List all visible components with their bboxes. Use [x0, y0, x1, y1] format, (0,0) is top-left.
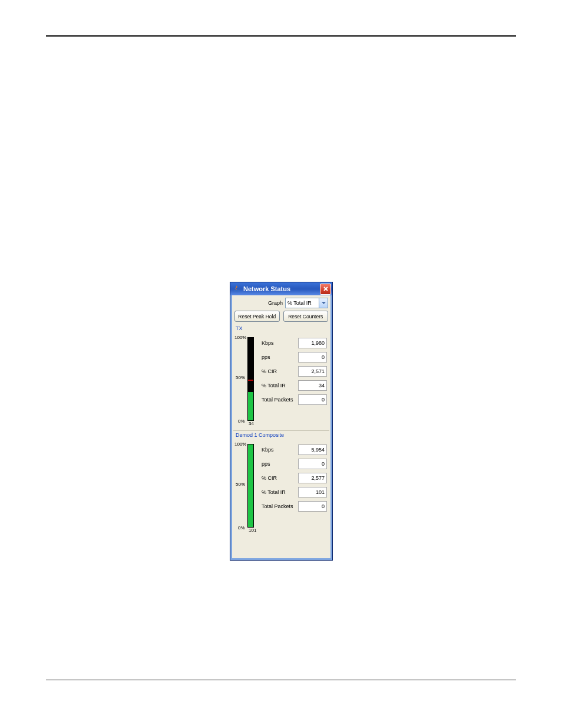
close-button[interactable]: [320, 284, 331, 295]
demod-tir-row: % Total IR 101: [262, 485, 328, 499]
demod-kbps-value: 5,954: [298, 444, 327, 455]
demod-cir-value: 2,577: [298, 473, 327, 483]
graph-label: Graph: [268, 300, 283, 306]
tx-section: TX 100% 50% 0% 34 Kbps: [232, 325, 330, 429]
demod-tp-label: Total Packets: [262, 503, 296, 509]
demod-kbps-row: Kbps 5,954: [262, 443, 328, 457]
reset-counters-label: Reset Counters: [288, 314, 323, 319]
graph-selector-row: Graph % Total IR: [232, 295, 330, 309]
demod-pps-row: pps 0: [262, 457, 328, 471]
demod-section: Demod 1 Composite 100% 50% 0% 101 Kbps: [232, 432, 330, 536]
demod-metrics: Kbps 5,954 pps 0 % CIR 2,577 % Total I: [262, 439, 328, 513]
page: Network Status Graph % Total IR: [0, 0, 562, 728]
tx-tir-value: 34: [298, 380, 327, 391]
demod-tir-label: % Total IR: [262, 489, 296, 495]
tx-gauge-track: [247, 337, 254, 421]
demod-gauge: 100% 50% 0% 101: [234, 439, 262, 533]
demod-tp-row: Total Packets 0: [262, 499, 328, 513]
header-rule: [46, 35, 516, 37]
tx-gauge-fill: [248, 392, 253, 420]
tx-tir-row: % Total IR 34: [262, 378, 328, 393]
demod-axis-50: 50%: [236, 482, 245, 487]
tx-axis-50: 50%: [236, 375, 245, 380]
client-area: Graph % Total IR Reset Peak Hold Reset C…: [232, 295, 330, 558]
reset-peak-hold-button[interactable]: Reset Peak Hold: [234, 311, 280, 322]
network-status-window: Network Status Graph % Total IR: [230, 282, 333, 561]
tx-axis-0: 0%: [238, 419, 245, 424]
graph-combobox[interactable]: % Total IR: [285, 298, 328, 308]
demod-kbps-label: Kbps: [262, 447, 296, 453]
tx-gauge: 100% 50% 0% 34: [234, 332, 262, 427]
tx-metrics: Kbps 1,980 pps 0 % CIR 2,571 % Total I: [262, 332, 328, 407]
demod-tp-value: 0: [298, 501, 327, 512]
demod-title: Demod 1 Composite: [236, 432, 328, 438]
action-buttons: Reset Peak Hold Reset Counters: [232, 309, 330, 324]
tx-pps-row: pps 0: [262, 350, 328, 364]
tx-cir-value: 2,571: [298, 366, 327, 377]
tx-axis-100: 100%: [234, 335, 246, 340]
tx-tp-value: 0: [298, 394, 327, 405]
tx-gauge-readout: 34: [249, 421, 254, 426]
demod-axis-0: 0%: [238, 525, 245, 531]
tx-pps-value: 0: [298, 352, 327, 363]
demod-tir-value: 101: [298, 487, 327, 498]
demod-axis-100: 100%: [234, 442, 246, 447]
close-icon: [323, 286, 329, 292]
tx-title: TX: [236, 325, 328, 331]
tx-tp-row: Total Packets 0: [262, 393, 328, 407]
demod-pps-value: 0: [298, 459, 327, 469]
chevron-down-icon: [319, 298, 328, 308]
tx-kbps-row: Kbps 1,980: [262, 336, 328, 350]
tx-kbps-value: 1,980: [298, 338, 327, 348]
reset-peak-hold-label: Reset Peak Hold: [238, 314, 276, 319]
tx-pps-label: pps: [262, 354, 296, 360]
window-title: Network Status: [243, 285, 320, 292]
tx-tir-label: % Total IR: [262, 383, 296, 388]
reset-counters-button[interactable]: Reset Counters: [283, 311, 329, 322]
titlebar[interactable]: Network Status: [230, 282, 332, 295]
demod-pps-label: pps: [262, 461, 296, 467]
java-icon: [233, 285, 241, 293]
tx-cir-row: % CIR 2,571: [262, 364, 328, 378]
demod-cir-row: % CIR 2,577: [262, 471, 328, 485]
demod-cir-label: % CIR: [262, 475, 296, 481]
demod-gauge-fill: [248, 444, 253, 527]
demod-gauge-track: [247, 444, 254, 528]
tx-kbps-label: Kbps: [262, 340, 296, 346]
tx-cir-label: % CIR: [262, 368, 296, 374]
footer-rule: [46, 680, 516, 680]
section-divider: [233, 430, 329, 431]
graph-combobox-value: % Total IR: [287, 300, 312, 306]
tx-tp-label: Total Packets: [262, 397, 296, 403]
demod-gauge-readout: 101: [249, 528, 256, 533]
tx-gauge-peak: [248, 380, 253, 381]
